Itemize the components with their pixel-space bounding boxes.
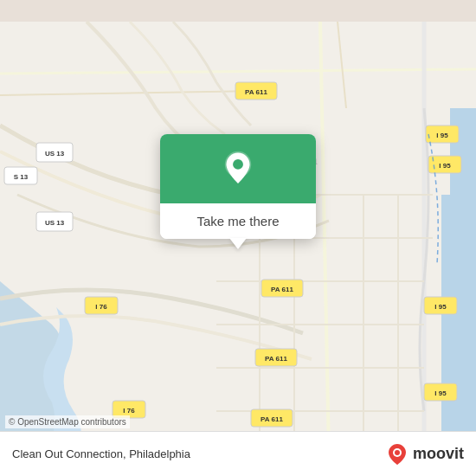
svg-text:PA 611: PA 611 [261,415,283,423]
svg-point-47 [233,159,243,170]
location-pin-icon [219,150,257,188]
svg-text:PA 611: PA 611 [265,355,287,363]
svg-text:I 95: I 95 [439,162,451,170]
svg-text:S 13: S 13 [14,173,29,181]
svg-text:US 13: US 13 [45,219,65,227]
bottom-bar: Clean Out Connection, Philadelphia moovi… [0,431,476,476]
popup-green-section [160,134,316,203]
popup-card: Take me there [160,134,316,239]
svg-text:I 95: I 95 [434,303,447,311]
svg-text:PA 611: PA 611 [271,286,293,293]
svg-text:US 13: US 13 [45,150,65,158]
svg-text:PA 611: PA 611 [245,88,267,96]
moovit-text: moovit [413,445,464,463]
svg-point-49 [395,450,400,455]
take-me-there-button[interactable]: Take me there [160,203,316,239]
location-name: Clean Out Connection, Philadelphia [12,447,190,460]
moovit-logo: moovit [385,442,464,466]
svg-text:I 95: I 95 [436,132,448,139]
svg-text:I 76: I 76 [95,303,107,311]
copyright-text: © OpenStreetMap contributors [5,415,130,428]
svg-text:I 95: I 95 [434,389,447,397]
location-info: Clean Out Connection, Philadelphia [12,447,190,460]
svg-rect-2 [441,195,476,454]
moovit-pin-icon [385,442,409,466]
map-container: US 13 US 13 S 13 PA 611 I 95 I 95 I 95 I… [0,0,476,476]
svg-text:I 76: I 76 [123,407,135,415]
